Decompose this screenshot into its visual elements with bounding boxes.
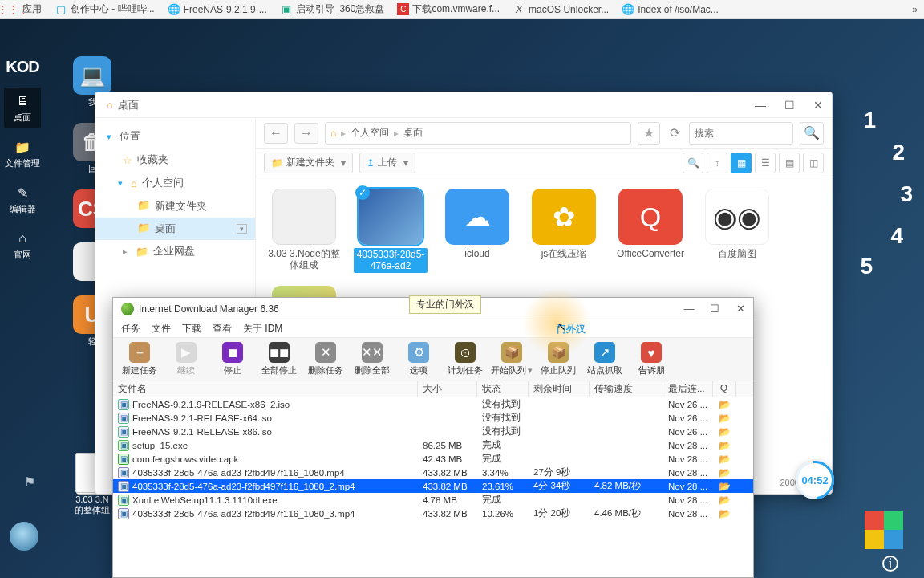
- col-speed[interactable]: 传输速度: [590, 381, 663, 397]
- fm-item-3[interactable]: ✿js在线压缩: [527, 189, 601, 273]
- col-size[interactable]: 大小: [418, 381, 477, 397]
- breadcrumb[interactable]: ⌂ ▸ 个人空间 ▸ 桌面: [325, 122, 631, 144]
- menu-tasks[interactable]: 任务: [121, 322, 140, 336]
- menu-file[interactable]: 文件: [152, 322, 171, 336]
- open-folder-icon[interactable]: 📂: [719, 426, 731, 438]
- idm-tbtn-11[interactable]: ♥告诉朋: [628, 340, 675, 380]
- close-button[interactable]: ✕: [811, 99, 825, 112]
- side-enterprise[interactable]: ▸📁企业网盘: [95, 240, 255, 263]
- bookmark-item-2[interactable]: ▣启动引导_360急救盘: [280, 2, 385, 16]
- fm-item-1[interactable]: ✓4035333f-28d5-476a-ad2: [354, 189, 428, 273]
- fm-item-2[interactable]: ☁icloud: [440, 189, 514, 273]
- nav-forward-button[interactable]: →: [294, 123, 318, 144]
- home-icon: ⌂: [14, 230, 31, 247]
- menu-download[interactable]: 下载: [182, 322, 201, 336]
- download-row[interactable]: ▣FreeNAS-9.2.1-RELEASE-x86.iso没有找到Nov 26…: [113, 425, 753, 438]
- download-row[interactable]: ▣com.fengshows.video.apk42.43 MB完成Nov 28…: [113, 452, 753, 466]
- dock-website[interactable]: ⌂官网: [4, 225, 41, 266]
- folder-icon: 📁: [271, 157, 283, 169]
- bookmark-apps[interactable]: ⋮⋮⋮应用: [6, 2, 42, 16]
- idm-tbtn-9[interactable]: 📦停止队列: [535, 340, 582, 380]
- idm-tbtn-10[interactable]: ↗站点抓取: [582, 340, 628, 380]
- dock-editor[interactable]: ✎编辑器: [4, 179, 41, 220]
- open-folder-icon[interactable]: 📂: [719, 440, 731, 451]
- menu-about[interactable]: 关于 IDM: [243, 322, 282, 336]
- sort-button[interactable]: ↕: [707, 153, 727, 173]
- idm-tbtn-4[interactable]: ✕删除任务: [302, 340, 349, 380]
- dock-files[interactable]: 📁文件管理: [4, 133, 41, 174]
- col-q[interactable]: Q: [713, 381, 736, 397]
- bookmark-item-1[interactable]: 🌐FreeNAS-9.2.1.9-...: [168, 3, 267, 16]
- crumb-desktop[interactable]: 桌面: [403, 126, 423, 140]
- side-newfolder[interactable]: 📁新建文件夹: [95, 195, 255, 218]
- idm-tbtn-1[interactable]: ▶继续: [163, 340, 209, 380]
- open-folder-icon[interactable]: 📂: [719, 399, 731, 410]
- close-button[interactable]: ✕: [734, 303, 747, 315]
- bookmark-item-0[interactable]: ▢创作中心 - 哔哩哔...: [55, 2, 155, 16]
- open-folder-icon[interactable]: 📂: [719, 413, 731, 424]
- nav-back-button[interactable]: ←: [264, 123, 288, 144]
- bookmark-item-4[interactable]: XmacOS Unlocker...: [513, 3, 609, 16]
- download-row[interactable]: ▣4035333f-28d5-476a-ad23-f2fbd497f116_10…: [113, 479, 753, 493]
- search-input[interactable]: [689, 122, 793, 144]
- idm-tbtn-6[interactable]: ⚙选项: [395, 340, 442, 380]
- detail-view-button[interactable]: ▤: [779, 153, 800, 173]
- download-row[interactable]: ▣FreeNAS-9.2.1.9-RELEASE-x86_2.iso没有找到No…: [113, 397, 753, 411]
- fm-item-4[interactable]: QOfficeConverter: [614, 189, 687, 273]
- col-name[interactable]: 文件名: [113, 381, 418, 397]
- download-row[interactable]: ▣4035333f-28d5-476a-ad23-f2fbd497f116_10…: [113, 466, 753, 479]
- upload-button[interactable]: ↥上传▾: [359, 153, 415, 173]
- fm-item-0[interactable]: 3.03 3.Node的整体组成: [267, 189, 341, 273]
- idm-column-header[interactable]: 文件名 大小 状态 剩余时间 传输速度 最后连... Q: [113, 381, 753, 397]
- flag-icon[interactable]: ⚑: [24, 474, 35, 490]
- download-row[interactable]: ▣FreeNAS-9.2.1-RELEASE-x64.iso没有找到Nov 26…: [113, 411, 753, 425]
- open-folder-icon[interactable]: 📂: [719, 454, 731, 465]
- side-personal[interactable]: ▾⌂个人空间: [95, 171, 255, 195]
- info-icon[interactable]: i: [882, 556, 898, 572]
- idm-tbtn-0[interactable]: ＋新建任务: [116, 340, 163, 380]
- bookmark-item-3[interactable]: C下载com.vmware.f...: [397, 2, 500, 16]
- dock-desktop[interactable]: 🖥桌面: [4, 88, 41, 128]
- menu-view[interactable]: 查看: [213, 322, 232, 336]
- minimize-button[interactable]: —: [683, 303, 695, 315]
- open-folder-icon[interactable]: 📂: [719, 495, 731, 506]
- open-folder-icon[interactable]: 📂: [719, 508, 731, 519]
- side-favorites[interactable]: ☆收藏夹: [95, 149, 255, 171]
- side-desktop[interactable]: 📁桌面▾: [95, 218, 255, 240]
- idm-tbtn-5[interactable]: ✕✕删除全部: [349, 340, 395, 380]
- dropdown-icon[interactable]: ▾: [237, 224, 247, 234]
- desktop[interactable]: 1 2 3 4 5 KOD 🖥桌面 📁文件管理 ✎编辑器 ⌂官网 ⚑ 💻我 🗑回…: [0, 19, 924, 578]
- idm-tbtn-3[interactable]: ◼◼全部停止: [256, 340, 302, 380]
- grid-view-button[interactable]: ▦: [731, 153, 752, 173]
- download-row[interactable]: ▣4035333f-28d5-476a-ad23-f2fbd497f116_10…: [113, 507, 753, 520]
- col-status[interactable]: 状态: [477, 381, 529, 397]
- open-folder-icon[interactable]: 📂: [719, 481, 731, 492]
- search-button[interactable]: 🔍: [800, 122, 824, 144]
- new-folder-button[interactable]: 📁新建文件夹▾: [264, 153, 353, 173]
- fm-titlebar[interactable]: ⌂桌面 — ☐ ✕: [95, 92, 832, 118]
- refresh-button[interactable]: ⟳: [667, 122, 683, 144]
- list-view-button[interactable]: ☰: [755, 153, 776, 173]
- crumb-personal[interactable]: 个人空间: [351, 126, 389, 140]
- idm-tbtn-8[interactable]: 📦开始队列▾: [488, 340, 535, 380]
- idm-tbtn-7[interactable]: ⏲计划任务: [442, 340, 488, 380]
- col-time[interactable]: 剩余时间: [529, 381, 590, 397]
- download-row[interactable]: ▣XunLeiWebSetup11.1.3.1110dl.exe4.78 MB完…: [113, 493, 753, 507]
- home-icon[interactable]: ⌂: [330, 128, 336, 139]
- open-folder-icon[interactable]: 📂: [719, 467, 731, 478]
- list-icon: ☰: [761, 157, 770, 169]
- bookmark-item-5[interactable]: 🌐Index of /iso/Mac...: [622, 3, 719, 16]
- user-avatar[interactable]: [10, 522, 38, 551]
- minimize-button[interactable]: —: [753, 99, 768, 112]
- maximize-button[interactable]: ☐: [708, 303, 721, 315]
- download-row[interactable]: ▣setup_15.exe86.25 MB完成Nov 28 ...📂: [113, 438, 753, 452]
- favorite-button[interactable]: ★: [638, 122, 660, 144]
- col-date[interactable]: 最后连...: [663, 381, 713, 397]
- zoom-button[interactable]: 🔍: [683, 153, 703, 173]
- split-view-button[interactable]: ◫: [803, 153, 824, 173]
- bookmarks-overflow[interactable]: »: [912, 4, 918, 15]
- maximize-button[interactable]: ☐: [782, 99, 796, 112]
- side-location[interactable]: ▾位置: [95, 124, 255, 149]
- fm-item-5[interactable]: ◉◉百度脑图: [700, 189, 774, 273]
- idm-tbtn-2[interactable]: ◼停止: [209, 340, 256, 380]
